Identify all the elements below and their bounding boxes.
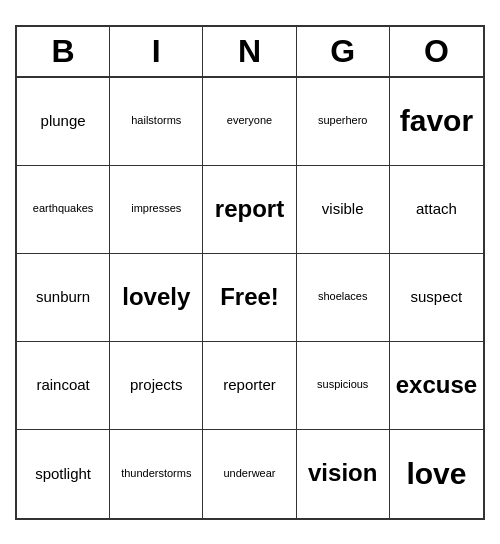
bingo-cell-text: report xyxy=(215,195,284,224)
bingo-cell: love xyxy=(390,430,483,518)
bingo-cell: lovely xyxy=(110,254,203,342)
bingo-cell: superhero xyxy=(297,78,390,166)
bingo-cell-text: vision xyxy=(308,459,377,488)
bingo-cell-text: plunge xyxy=(41,112,86,130)
bingo-cell: raincoat xyxy=(17,342,110,430)
bingo-cell: suspect xyxy=(390,254,483,342)
bingo-cell: report xyxy=(203,166,296,254)
bingo-cell: favor xyxy=(390,78,483,166)
bingo-card: BINGO plungehailstormseveryonesuperherof… xyxy=(15,25,485,520)
bingo-cell: hailstorms xyxy=(110,78,203,166)
bingo-cell: reporter xyxy=(203,342,296,430)
bingo-cell: plunge xyxy=(17,78,110,166)
bingo-cell-text: sunburn xyxy=(36,288,90,306)
bingo-cell-text: visible xyxy=(322,200,364,218)
bingo-cell: shoelaces xyxy=(297,254,390,342)
bingo-header-letter: N xyxy=(203,27,296,76)
bingo-cell: sunburn xyxy=(17,254,110,342)
bingo-cell: impresses xyxy=(110,166,203,254)
bingo-cell: thunderstorms xyxy=(110,430,203,518)
bingo-header-letter: B xyxy=(17,27,110,76)
bingo-cell: attach xyxy=(390,166,483,254)
bingo-cell-text: spotlight xyxy=(35,465,91,483)
bingo-cell: suspicious xyxy=(297,342,390,430)
bingo-cell: spotlight xyxy=(17,430,110,518)
bingo-cell-text: love xyxy=(406,456,466,492)
bingo-cell-text: impresses xyxy=(131,202,181,215)
bingo-cell: Free! xyxy=(203,254,296,342)
bingo-cell: everyone xyxy=(203,78,296,166)
bingo-cell-text: suspicious xyxy=(317,378,368,391)
bingo-cell: underwear xyxy=(203,430,296,518)
bingo-header-letter: O xyxy=(390,27,483,76)
bingo-cell-text: lovely xyxy=(122,283,190,312)
bingo-cell-text: favor xyxy=(400,103,473,139)
bingo-cell-text: excuse xyxy=(396,371,477,400)
bingo-header: BINGO xyxy=(17,27,483,78)
bingo-cell: projects xyxy=(110,342,203,430)
bingo-cell: earthquakes xyxy=(17,166,110,254)
bingo-cell-text: Free! xyxy=(220,283,279,312)
bingo-cell-text: earthquakes xyxy=(33,202,94,215)
bingo-cell: visible xyxy=(297,166,390,254)
bingo-cell: excuse xyxy=(390,342,483,430)
bingo-cell-text: reporter xyxy=(223,376,276,394)
bingo-cell: vision xyxy=(297,430,390,518)
bingo-cell-text: hailstorms xyxy=(131,114,181,127)
bingo-cell-text: attach xyxy=(416,200,457,218)
bingo-grid: plungehailstormseveryonesuperherofavorea… xyxy=(17,78,483,518)
bingo-cell-text: suspect xyxy=(411,288,463,306)
bingo-cell-text: raincoat xyxy=(36,376,89,394)
bingo-cell-text: underwear xyxy=(224,467,276,480)
bingo-cell-text: everyone xyxy=(227,114,272,127)
bingo-cell-text: superhero xyxy=(318,114,368,127)
bingo-header-letter: G xyxy=(297,27,390,76)
bingo-cell-text: shoelaces xyxy=(318,290,368,303)
bingo-cell-text: thunderstorms xyxy=(121,467,191,480)
bingo-cell-text: projects xyxy=(130,376,183,394)
bingo-header-letter: I xyxy=(110,27,203,76)
